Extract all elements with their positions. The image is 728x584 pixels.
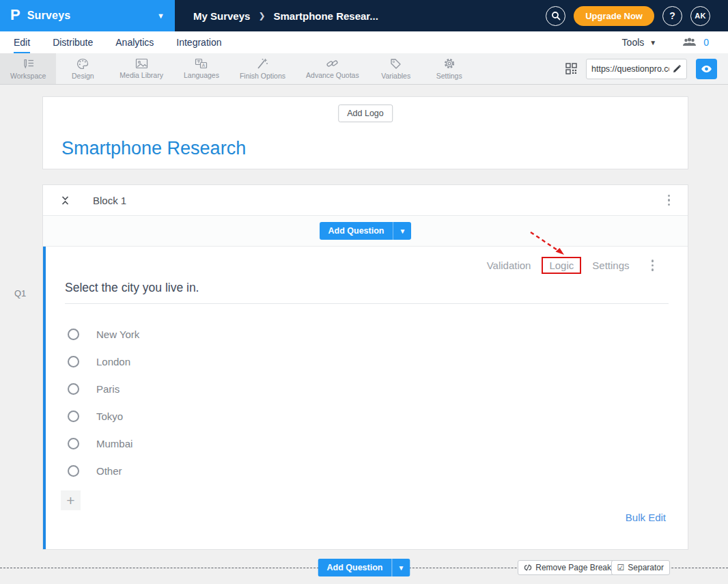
toolbar-right-group: https://questionpro.com/t/AbOMEZ7 <box>565 53 728 84</box>
toolbar-item-label: Variables <box>381 72 410 80</box>
unlink-icon <box>524 564 532 572</box>
upgrade-now-button[interactable]: Upgrade Now <box>574 6 654 26</box>
survey-title[interactable]: Smartphone Research <box>61 138 246 159</box>
plus-icon: + <box>66 492 74 509</box>
section-tabs: Edit Distribute Analytics Integration To… <box>0 31 728 53</box>
radio-icon[interactable] <box>68 329 79 340</box>
breadcrumb-separator-icon: ❯ <box>258 11 265 20</box>
toolbar-item-advance-quotas[interactable]: Advance Quotas <box>296 53 369 84</box>
toolbar-item-media-library[interactable]: Media Library <box>109 53 173 84</box>
breadcrumb-bar: My Surveys ❯ Smartphone Resear... Upgrad… <box>175 0 728 31</box>
validation-link[interactable]: Validation <box>487 260 531 271</box>
question-text[interactable]: Select the city you live in. <box>65 281 669 304</box>
answer-option[interactable]: Other <box>68 457 666 484</box>
tab-distribute[interactable]: Distribute <box>53 31 93 53</box>
add-question-button[interactable]: Add Question <box>318 559 392 576</box>
toolbar-item-label: Advance Quotas <box>306 71 359 79</box>
answer-option[interactable]: New York <box>68 320 666 348</box>
edit-pencil-icon[interactable] <box>672 64 682 74</box>
answer-option-label[interactable]: Tokyo <box>96 411 123 422</box>
toolbar-item-label: Settings <box>436 72 462 80</box>
workspace-icon <box>22 58 35 70</box>
collaborators-icon <box>682 38 697 47</box>
answer-option-label[interactable]: Mumbai <box>96 438 132 449</box>
collaborators-button[interactable]: 0 <box>682 37 709 48</box>
collapse-block-button[interactable] <box>61 195 70 206</box>
add-question-row: Add Question ▼ <box>43 216 688 247</box>
add-question-split-button[interactable]: Add Question ▼ <box>320 222 412 240</box>
block-menu-button[interactable] <box>664 192 675 209</box>
radio-icon[interactable] <box>68 356 79 367</box>
question-menu-button[interactable] <box>647 257 658 274</box>
wand-icon <box>256 58 268 70</box>
collapse-icon <box>61 195 70 206</box>
search-button[interactable] <box>546 6 565 26</box>
block-card: Block 1 Add Question ▼ Q1 Validation Log… <box>42 184 688 550</box>
answer-option[interactable]: Mumbai <box>68 430 666 457</box>
toolbar-item-finish-options[interactable]: Finish Options <box>229 53 296 84</box>
block-header: Block 1 <box>43 185 688 216</box>
qr-code-icon <box>565 63 577 74</box>
radio-icon[interactable] <box>68 438 79 449</box>
radio-icon[interactable] <box>68 465 79 477</box>
separator-button[interactable]: ☑ Separator <box>611 560 670 575</box>
logic-link-highlighted[interactable]: Logic <box>542 257 581 274</box>
eye-icon <box>701 65 712 73</box>
tabs-right-group: Tools ▼ 0 <box>622 31 728 53</box>
product-switcher[interactable]: P Surveys ▼ <box>0 0 175 31</box>
toolbar-item-variables[interactable]: Variables <box>369 53 423 84</box>
tab-integration[interactable]: Integration <box>176 31 221 53</box>
answer-option-label[interactable]: Other <box>96 465 122 477</box>
collaborators-count: 0 <box>703 37 709 48</box>
radio-icon[interactable] <box>68 411 79 422</box>
answer-option[interactable]: London <box>68 348 666 375</box>
survey-link-field[interactable]: https://questionpro.com/t/AbOMEZ7 <box>586 59 687 79</box>
preview-button[interactable] <box>696 59 717 79</box>
page-break-row: Add Question ▼ Remove Page Break ☑ Separ… <box>0 560 728 576</box>
remove-page-break-button[interactable]: Remove Page Break <box>518 560 617 575</box>
question-card: Q1 Validation Logic Settings Select the … <box>43 247 688 549</box>
answer-option-label[interactable]: New York <box>96 329 139 340</box>
help-button[interactable]: ? <box>662 6 682 26</box>
tools-dropdown[interactable]: Tools ▼ <box>622 37 657 48</box>
translate-icon: A <box>195 58 208 69</box>
toolbar-item-design[interactable]: Design <box>56 53 109 84</box>
add-question-dropdown[interactable]: ▼ <box>393 222 411 240</box>
chevron-down-icon: ▼ <box>649 39 656 46</box>
answer-option[interactable]: Paris <box>68 375 666 402</box>
palette-icon <box>76 58 89 70</box>
answer-option-label[interactable]: Paris <box>96 383 120 395</box>
add-option-button[interactable]: + <box>61 490 81 510</box>
svg-text:A: A <box>202 63 206 68</box>
toolbar-item-workspace[interactable]: Workspace <box>0 53 56 84</box>
tab-edit[interactable]: Edit <box>14 31 30 53</box>
add-logo-button[interactable]: Add Logo <box>338 105 393 122</box>
user-avatar[interactable]: AK <box>690 6 710 26</box>
gear-icon <box>443 57 456 70</box>
toolbar-item-settings[interactable]: Settings <box>423 53 476 84</box>
answer-option-label[interactable]: London <box>96 356 130 367</box>
block-title[interactable]: Block 1 <box>93 195 126 206</box>
footer-add-question: Add Question ▼ <box>318 559 410 576</box>
remove-page-break-label: Remove Page Break <box>535 563 611 572</box>
toolbar-item-label: Media Library <box>120 71 163 79</box>
settings-link[interactable]: Settings <box>592 260 629 271</box>
breadcrumb-parent[interactable]: My Surveys <box>193 10 250 22</box>
radio-icon[interactable] <box>68 383 79 395</box>
product-name: Surveys <box>27 10 71 22</box>
add-question-split-button[interactable]: Add Question ▼ <box>318 559 410 576</box>
tag-icon <box>390 58 402 70</box>
toolbar-item-label: Finish Options <box>240 72 285 80</box>
add-question-dropdown[interactable]: ▼ <box>391 559 410 576</box>
top-bar: P Surveys ▼ My Surveys ❯ Smartphone Rese… <box>0 0 728 31</box>
question-number: Q1 <box>14 288 26 298</box>
toolbar-item-languages[interactable]: A Languages <box>173 53 229 84</box>
answer-option[interactable]: Tokyo <box>68 402 666 430</box>
add-question-button[interactable]: Add Question <box>320 222 393 240</box>
qr-code-button[interactable] <box>565 63 577 74</box>
tab-analytics[interactable]: Analytics <box>115 31 154 53</box>
survey-link-text: https://questionpro.com/t/AbOMEZ7 <box>591 64 669 74</box>
bulk-edit-link[interactable]: Bulk Edit <box>626 512 666 523</box>
answer-options: New York London Paris Tokyo Mumbai <box>68 320 666 484</box>
question-actions: Validation Logic Settings <box>487 257 658 274</box>
